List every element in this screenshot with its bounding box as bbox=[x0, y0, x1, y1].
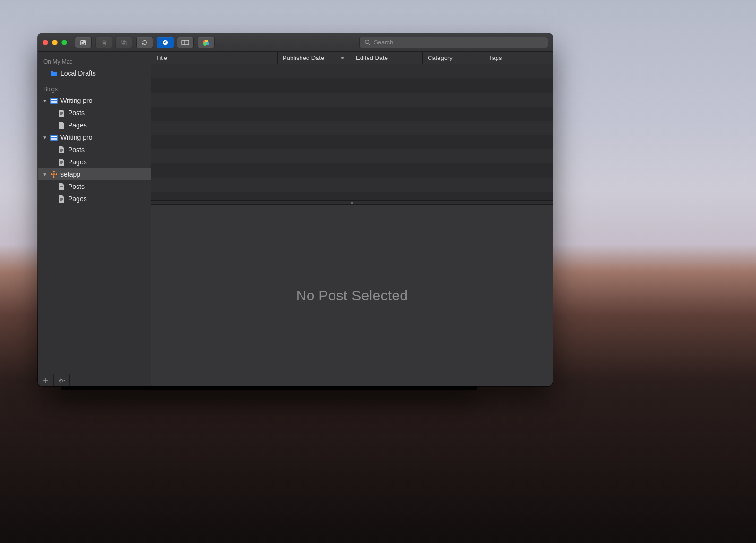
sidebar-item-local-drafts[interactable]: Local Drafts bbox=[38, 67, 151, 79]
svg-rect-40 bbox=[60, 200, 62, 201]
column-label: Edited Date bbox=[356, 54, 388, 61]
svg-rect-12 bbox=[50, 98, 58, 104]
trash-icon bbox=[100, 39, 108, 46]
svg-rect-26 bbox=[60, 151, 62, 152]
preview-button[interactable] bbox=[157, 37, 174, 48]
close-window-button[interactable] bbox=[43, 40, 48, 45]
sidebar-layout-icon bbox=[181, 39, 189, 46]
search-field[interactable] bbox=[359, 37, 548, 48]
documents-icon bbox=[120, 39, 128, 46]
table-header: Title Published Date Edited Date Categor… bbox=[151, 52, 553, 64]
svg-point-9 bbox=[203, 42, 207, 46]
sidebar-item-label: Posts bbox=[68, 109, 85, 117]
sidebar-blog-writing-pro[interactable]: ▼ Writing pro bbox=[38, 131, 151, 144]
svg-rect-15 bbox=[60, 112, 63, 113]
search-input[interactable] bbox=[374, 39, 544, 46]
sidebar-item-posts[interactable]: Posts bbox=[38, 107, 151, 119]
sidebar: On My Mac Local Drafts Blogs ▼ Wri bbox=[38, 52, 151, 386]
sidebar-blog-setapp[interactable]: ▼ setapp bbox=[38, 168, 151, 180]
svg-rect-14 bbox=[51, 101, 57, 103]
setapp-icon bbox=[50, 170, 58, 178]
svg-point-44 bbox=[60, 380, 61, 381]
svg-rect-30 bbox=[53, 171, 55, 173]
sidebar-item-pages[interactable]: Pages bbox=[38, 193, 151, 205]
duplicate-button[interactable] bbox=[115, 37, 132, 48]
svg-rect-33 bbox=[55, 173, 57, 175]
column-header-title[interactable]: Title bbox=[151, 52, 278, 64]
sort-descending-icon bbox=[338, 54, 346, 62]
column-label: Tags bbox=[489, 54, 502, 61]
svg-rect-23 bbox=[51, 138, 57, 140]
main-pane: Title Published Date Edited Date Categor… bbox=[151, 52, 553, 386]
add-button[interactable] bbox=[38, 374, 54, 386]
gear-icon bbox=[58, 377, 66, 384]
sidebar-footer bbox=[38, 374, 151, 386]
titlebar bbox=[38, 33, 553, 52]
splitter-grip-icon bbox=[351, 202, 353, 204]
sidebar-section-header: On My Mac bbox=[38, 56, 151, 67]
compose-icon bbox=[79, 39, 87, 46]
sidebar-item-label: Pages bbox=[68, 195, 87, 203]
svg-rect-36 bbox=[60, 187, 63, 187]
delete-button[interactable] bbox=[95, 37, 112, 48]
minimize-window-button[interactable] bbox=[52, 40, 58, 45]
compose-button[interactable] bbox=[75, 37, 92, 48]
toolbar-group-view bbox=[157, 37, 194, 48]
toolbar-group-compose bbox=[75, 37, 92, 48]
svg-rect-16 bbox=[60, 113, 63, 114]
svg-rect-39 bbox=[60, 199, 63, 200]
detail-pane: No Post Selected bbox=[151, 205, 553, 386]
svg-rect-35 bbox=[60, 186, 63, 187]
column-label: Category bbox=[428, 54, 453, 61]
svg-rect-22 bbox=[51, 136, 57, 137]
svg-rect-31 bbox=[53, 176, 55, 178]
document-icon bbox=[58, 195, 65, 203]
pane-splitter[interactable] bbox=[151, 200, 553, 205]
column-header-published-date[interactable]: Published Date bbox=[278, 52, 351, 64]
document-icon bbox=[58, 121, 65, 129]
blog-icon bbox=[50, 134, 58, 141]
svg-rect-34 bbox=[52, 172, 55, 176]
sidebar-item-label: Posts bbox=[68, 146, 85, 153]
sidebar-section-header: Blogs bbox=[38, 83, 151, 94]
sidebar-item-pages[interactable]: Pages bbox=[38, 119, 151, 131]
action-menu-button[interactable] bbox=[54, 374, 70, 386]
svg-rect-18 bbox=[60, 125, 63, 125]
svg-rect-4 bbox=[182, 40, 189, 45]
svg-rect-13 bbox=[51, 99, 57, 100]
column-label: Title bbox=[156, 54, 167, 61]
svg-rect-27 bbox=[60, 161, 63, 162]
column-header-tags[interactable]: Tags bbox=[484, 52, 543, 64]
svg-rect-28 bbox=[60, 162, 63, 163]
document-icon bbox=[58, 109, 65, 117]
sidebar-item-posts[interactable]: Posts bbox=[38, 144, 151, 156]
svg-line-11 bbox=[368, 43, 369, 45]
sidebar-item-label: Writing pro bbox=[60, 97, 92, 104]
media-button[interactable] bbox=[198, 37, 215, 48]
svg-rect-24 bbox=[60, 149, 63, 150]
post-list[interactable] bbox=[151, 64, 553, 200]
toolbar-group-item-actions bbox=[95, 37, 132, 48]
blog-icon bbox=[50, 97, 58, 104]
sidebar-item-posts[interactable]: Posts bbox=[38, 180, 151, 193]
sidebar-item-pages[interactable]: Pages bbox=[38, 156, 151, 168]
refresh-button[interactable] bbox=[136, 37, 153, 48]
svg-rect-37 bbox=[60, 188, 62, 188]
sidebar-item-label: Local Drafts bbox=[60, 69, 96, 77]
zoom-window-button[interactable] bbox=[61, 40, 67, 45]
svg-rect-21 bbox=[50, 135, 58, 141]
document-icon bbox=[58, 158, 65, 166]
column-header-spare bbox=[543, 52, 553, 64]
disclosure-triangle-icon[interactable]: ▼ bbox=[43, 172, 47, 177]
layout-button[interactable] bbox=[177, 37, 194, 48]
disclosure-triangle-icon[interactable]: ▼ bbox=[43, 98, 47, 103]
svg-rect-29 bbox=[60, 163, 62, 164]
column-header-edited-date[interactable]: Edited Date bbox=[351, 52, 423, 64]
sidebar-item-label: Pages bbox=[68, 158, 87, 166]
sidebar-blog-writing-pro[interactable]: ▼ Writing pro bbox=[38, 94, 151, 107]
sidebar-item-label: Writing pro bbox=[60, 134, 92, 141]
column-header-category[interactable]: Category bbox=[423, 52, 484, 64]
refresh-icon bbox=[141, 39, 148, 46]
svg-point-10 bbox=[365, 40, 369, 44]
disclosure-triangle-icon[interactable]: ▼ bbox=[43, 135, 47, 140]
